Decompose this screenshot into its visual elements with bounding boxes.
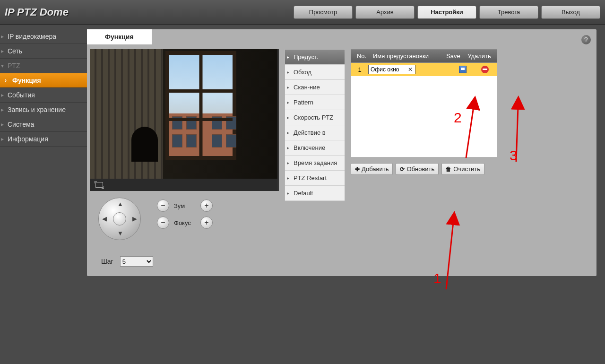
svg-line-1 — [466, 107, 474, 158]
ptz-down-button[interactable]: ▼ — [117, 230, 123, 237]
ptz-left-button[interactable]: ◀ — [102, 215, 107, 222]
sidebar-item-camera[interactable]: IP видеокамера — [0, 29, 87, 44]
clear-input-icon[interactable]: ✕ — [408, 66, 413, 73]
preset-row[interactable]: 1 ✕ — [351, 63, 497, 76]
menu-ptz-speed[interactable]: Скорость PTZ — [285, 110, 345, 125]
ptz-function-menu: Предуст. Обход Скан-ние Pattern Скорость… — [285, 49, 345, 201]
help-icon[interactable]: ? — [581, 35, 591, 44]
sidebar-item-ptz[interactable]: PTZ — [0, 59, 87, 73]
sidebar-item-network[interactable]: Сеть — [0, 44, 87, 59]
nav-settings-button[interactable]: Настройки — [417, 6, 476, 19]
focus-in-button[interactable]: + — [200, 217, 213, 229]
menu-restart[interactable]: PTZ Restart — [285, 171, 345, 186]
svg-line-0 — [446, 222, 453, 289]
step-select[interactable]: 5 — [120, 256, 153, 267]
zoom-in-button[interactable]: + — [200, 199, 213, 212]
annotation-arrows — [347, 95, 583, 299]
ptz-right-button[interactable]: ▶ — [132, 215, 137, 222]
fullscreen-icon — [95, 182, 103, 188]
sidebar: IP видеокамера Сеть PTZ Функция События … — [0, 25, 87, 281]
ptz-up-button[interactable]: ▲ — [117, 200, 123, 208]
menu-timetask[interactable]: Время задания — [285, 156, 345, 171]
brand-logo: IP PTZ Dome — [5, 6, 69, 18]
sidebar-item-events[interactable]: События — [0, 88, 87, 103]
delete-icon[interactable] — [481, 66, 489, 73]
zoom-out-button[interactable]: − — [157, 199, 169, 212]
preset-header-save: Save — [443, 52, 464, 60]
video-preview[interactable] — [90, 49, 279, 191]
preset-header-name: Имя предустановки — [370, 52, 443, 60]
menu-default[interactable]: Default — [285, 186, 345, 201]
sidebar-item-function[interactable]: Функция — [0, 73, 87, 88]
nav-preview-button[interactable]: Просмотр — [294, 6, 353, 19]
ptz-center-button[interactable] — [113, 212, 126, 225]
preset-table-header: No. Имя предустановки Save Удалить — [351, 49, 497, 63]
nav-alarm-button[interactable]: Тревога — [479, 6, 538, 19]
menu-pattern[interactable]: Pattern — [285, 95, 345, 110]
menu-preset[interactable]: Предуст. — [285, 50, 345, 65]
tab-function[interactable]: Функция — [87, 29, 152, 44]
sidebar-item-info[interactable]: Информация — [0, 132, 87, 147]
menu-scan[interactable]: Скан-ние — [285, 80, 345, 95]
sidebar-item-system[interactable]: Система — [0, 117, 87, 132]
menu-enable[interactable]: Включение — [285, 140, 345, 156]
ptz-dpad: ▲ ▼ ◀ ▶ — [97, 198, 148, 245]
svg-line-2 — [516, 107, 518, 162]
step-label: Шаг — [101, 258, 113, 265]
top-nav: Просмотр Архив Настройки Тревога Выход — [294, 6, 600, 19]
zoom-label: Зум — [174, 202, 196, 209]
nav-exit-button[interactable]: Выход — [541, 6, 600, 19]
menu-action[interactable]: Действие в — [285, 125, 345, 140]
preset-header-delete: Удалить — [464, 52, 495, 60]
focus-label: Фокус — [174, 219, 196, 226]
preset-row-no: 1 — [351, 66, 368, 73]
menu-tour[interactable]: Обход — [285, 65, 345, 80]
sidebar-item-storage[interactable]: Запись и хранение — [0, 103, 87, 117]
focus-out-button[interactable]: − — [157, 217, 169, 229]
save-icon[interactable] — [459, 66, 467, 73]
nav-archive-button[interactable]: Архив — [355, 6, 415, 19]
fullscreen-button[interactable] — [90, 179, 279, 191]
preset-header-no: No. — [353, 52, 370, 60]
